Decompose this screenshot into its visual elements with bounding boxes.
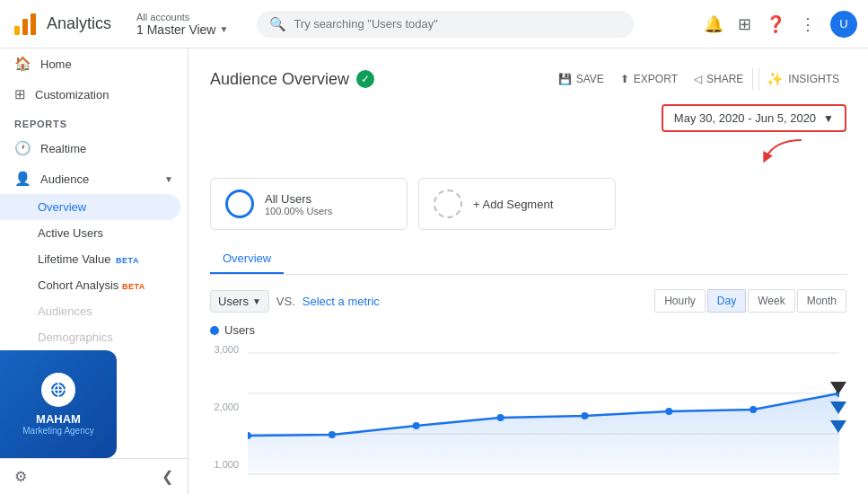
metric-label: Users — [218, 295, 249, 308]
notification-icon[interactable]: 🔔 — [704, 14, 723, 34]
avatar[interactable]: U — [830, 11, 857, 38]
sidebar-sub-audiences[interactable]: Audiences — [0, 298, 188, 324]
sidebar-customization-label: Customization — [35, 88, 109, 101]
svg-point-17 — [665, 408, 672, 415]
tab-overview[interactable]: Overview — [210, 244, 284, 274]
account-selector[interactable]: All accounts 1 Master View ▼ — [136, 12, 228, 37]
search-icon: 🔍 — [269, 16, 286, 32]
brand-overlay: MAHAM Marketing Agency — [0, 350, 117, 458]
save-icon: 💾 — [558, 73, 572, 85]
select-metric-link[interactable]: Select a metric — [302, 295, 380, 308]
share-button[interactable]: ◁ SHARE — [687, 68, 750, 90]
sidebar-item-customization[interactable]: ⊞ Customization — [0, 79, 188, 110]
all-users-info: All Users 100.00% Users — [265, 192, 332, 216]
legend-dot — [210, 326, 219, 335]
divider — [752, 68, 753, 90]
sidebar-item-audience[interactable]: 👤 Audience ▼ — [0, 163, 188, 194]
lifetime-value-beta-badge: BETA — [116, 256, 139, 265]
metric-dropdown[interactable]: Users ▼ — [210, 290, 269, 313]
insights-button[interactable]: ✨ INSIGHTS — [758, 66, 846, 92]
app-title: Analytics — [47, 14, 111, 33]
segment-all-users[interactable]: All Users 100.00% Users — [210, 178, 408, 230]
sidebar: 🏠 Home ⊞ Customization REPORTS 🕐 Realtim… — [0, 49, 189, 494]
metric-dropdown-arrow: ▼ — [252, 296, 261, 306]
svg-rect-1 — [22, 19, 28, 35]
search-bar[interactable]: 🔍 — [257, 11, 634, 38]
help-icon[interactable]: ❓ — [766, 14, 785, 34]
sidebar-sub-active-users[interactable]: Active Users — [0, 220, 188, 246]
time-buttons: Hourly Day Week Month — [654, 289, 846, 313]
cohort-analysis-beta-badge: BETA — [122, 282, 145, 291]
date-range-picker[interactable]: May 30, 2020 - Jun 5, 2020 ▼ — [662, 104, 846, 132]
chart-area: 3,000 2,000 1,000 — [210, 344, 846, 494]
grid-icon[interactable]: ⊞ — [738, 14, 751, 34]
add-segment-name: + Add Segment — [473, 198, 553, 211]
time-btn-week[interactable]: Week — [748, 289, 794, 313]
segment-row: All Users 100.00% Users + Add Segment — [210, 178, 846, 230]
brand-logo — [41, 373, 75, 407]
chart-legend: Users — [210, 323, 846, 337]
sidebar-sub-cohort-analysis[interactable]: Cohort Analysis BETA — [0, 272, 188, 298]
content-title: Audience Overview ✓ — [210, 70, 374, 89]
svg-point-14 — [413, 422, 420, 429]
vs-label: VS. — [276, 295, 295, 308]
analytics-logo-icon — [11, 10, 39, 39]
main-layout: 🏠 Home ⊞ Customization REPORTS 🕐 Realtim… — [0, 49, 868, 494]
home-icon: 🏠 — [14, 56, 31, 72]
add-segment-card[interactable]: + Add Segment — [418, 178, 616, 230]
all-users-name: All Users — [265, 192, 332, 206]
dark-triangle-indicator — [830, 382, 846, 394]
export-icon: ⬆ — [620, 73, 629, 85]
header-icons: 🔔 ⊞ ❓ ⋮ U — [704, 11, 857, 38]
sidebar-audience-label: Audience — [40, 172, 89, 186]
action-buttons: 💾 SAVE ⬆ EXPORT ◁ SHARE ✨ INSIGHTS — [551, 66, 846, 92]
verified-icon: ✓ — [356, 70, 374, 88]
save-button[interactable]: 💾 SAVE — [551, 68, 611, 90]
chart-controls: Users ▼ VS. Select a metric Hourly Day W… — [210, 289, 846, 313]
sidebar-item-home[interactable]: 🏠 Home — [0, 49, 188, 79]
sidebar-footer: ⚙ ❮ — [0, 458, 188, 494]
realtime-icon: 🕐 — [14, 140, 31, 156]
svg-point-15 — [497, 414, 504, 421]
account-name: 1 Master View ▼ — [136, 22, 228, 37]
date-section: May 30, 2020 - Jun 5, 2020 ▼ — [210, 104, 846, 165]
time-btn-hourly[interactable]: Hourly — [654, 289, 706, 313]
sidebar-item-realtime[interactable]: 🕐 Realtime — [0, 133, 188, 163]
brand-logo-icon — [48, 380, 68, 400]
reports-section-label: REPORTS — [0, 110, 188, 133]
logo: Analytics — [11, 10, 111, 39]
brand-sub: Marketing Agency — [22, 426, 94, 436]
red-arrow-indicator — [757, 136, 811, 165]
date-wrapper: May 30, 2020 - Jun 5, 2020 ▼ — [662, 104, 846, 165]
all-users-sub: 100.00% Users — [265, 206, 332, 216]
account-dropdown-arrow: ▼ — [219, 24, 228, 34]
content-header: Audience Overview ✓ 💾 SAVE ⬆ EXPORT ◁ SH… — [210, 66, 846, 92]
blue-triangle-indicator — [830, 401, 846, 414]
export-button[interactable]: ⬆ EXPORT — [613, 68, 685, 90]
account-label: All accounts — [136, 12, 228, 22]
all-users-circle — [225, 190, 254, 218]
search-input[interactable] — [294, 17, 621, 31]
main-content: Audience Overview ✓ 💾 SAVE ⬆ EXPORT ◁ SH… — [189, 49, 868, 494]
more-icon[interactable]: ⋮ — [800, 14, 816, 34]
sidebar-sub-overview[interactable]: Overview — [0, 194, 180, 220]
svg-rect-0 — [14, 26, 20, 35]
sidebar-sub-lifetime-value[interactable]: Lifetime Value BETA — [0, 246, 188, 272]
legend-label: Users — [224, 323, 255, 337]
audience-icon: 👤 — [14, 171, 31, 187]
blue-triangle-indicator-2 — [830, 420, 846, 433]
sidebar-collapse-button[interactable]: ❮ — [162, 468, 173, 485]
svg-point-13 — [329, 431, 336, 438]
tab-row: Overview — [210, 244, 846, 275]
sidebar-home-label: Home — [40, 57, 72, 71]
svg-point-18 — [750, 406, 757, 413]
time-btn-day[interactable]: Day — [707, 289, 746, 313]
date-range-dropdown-arrow: ▼ — [823, 112, 834, 125]
settings-icon[interactable]: ⚙ — [14, 468, 27, 485]
share-icon: ◁ — [694, 73, 702, 85]
red-arrow-svg — [757, 136, 811, 163]
sidebar-sub-demographics[interactable]: Demographics — [0, 324, 188, 350]
time-btn-month[interactable]: Month — [797, 289, 846, 313]
svg-point-16 — [581, 412, 588, 419]
metric-select: Users ▼ VS. Select a metric — [210, 290, 380, 313]
